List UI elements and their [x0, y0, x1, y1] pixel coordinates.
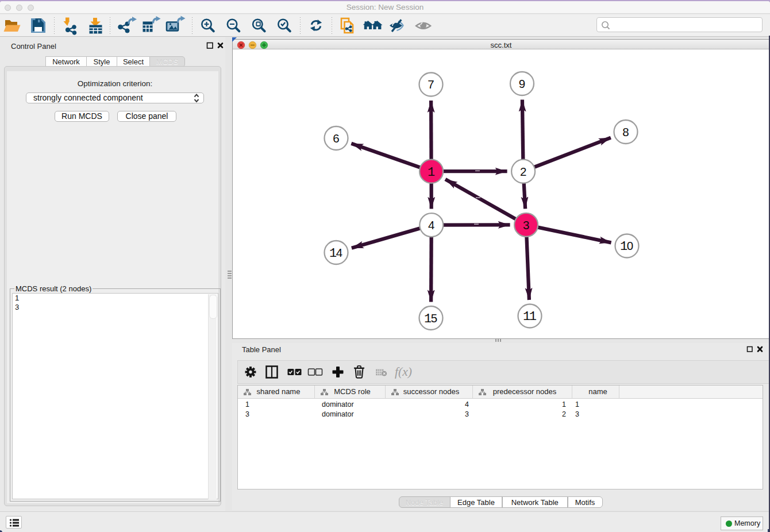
svg-text:3: 3 [523, 218, 529, 232]
svg-text:1: 1 [428, 165, 435, 180]
svg-text:4: 4 [336, 246, 342, 259]
svg-text:9: 9 [519, 77, 525, 90]
svg-text:8: 8 [622, 125, 629, 138]
svg-text:f(x): f(x) [395, 365, 412, 379]
svg-text:7: 7 [428, 78, 434, 91]
svg-text:2: 2 [520, 165, 526, 178]
svg-text:6: 6 [333, 132, 339, 145]
svg-text:0: 0 [627, 239, 633, 252]
svg-text:5: 5 [431, 311, 437, 325]
svg-text:4: 4 [428, 218, 434, 232]
svg-text:1: 1 [529, 310, 537, 324]
